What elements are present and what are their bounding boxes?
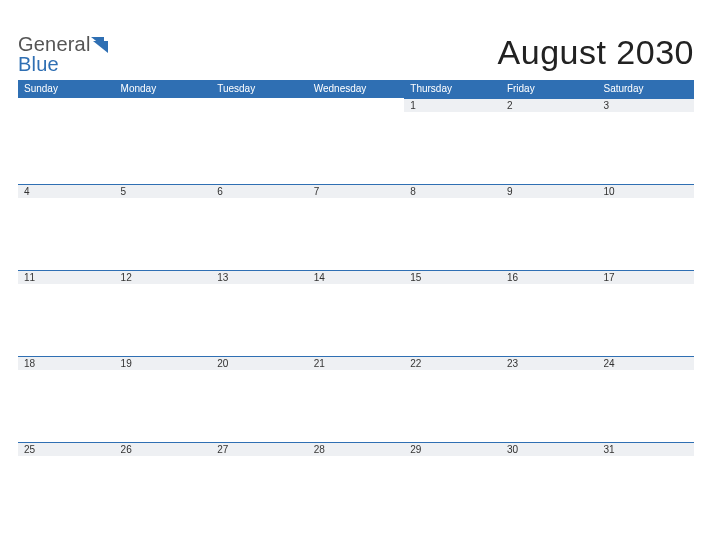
day-number: 13: [211, 270, 308, 284]
day-cell: 17: [597, 270, 694, 356]
day-number: 30: [501, 442, 598, 456]
day-number: [115, 98, 212, 112]
day-number: 23: [501, 356, 598, 370]
week-row: 1 2 3: [18, 98, 694, 184]
day-number: 15: [404, 270, 501, 284]
day-cell: 20: [211, 356, 308, 442]
day-number: 31: [597, 442, 694, 456]
day-number: [211, 98, 308, 112]
day-cell: 21: [308, 356, 405, 442]
day-cell: [308, 98, 405, 184]
day-header-wednesday: Wednesday: [308, 80, 405, 98]
day-number: [308, 98, 405, 112]
day-header-monday: Monday: [115, 80, 212, 98]
day-cell: 26: [115, 442, 212, 528]
day-cell: [211, 98, 308, 184]
day-cell: 4: [18, 184, 115, 270]
day-cell: [18, 98, 115, 184]
day-number: 24: [597, 356, 694, 370]
day-cell: 13: [211, 270, 308, 356]
day-number: 21: [308, 356, 405, 370]
day-cell: 19: [115, 356, 212, 442]
brand-text: GeneralBlue: [18, 34, 109, 74]
day-cell: 22: [404, 356, 501, 442]
day-number: 7: [308, 184, 405, 198]
day-cell: 6: [211, 184, 308, 270]
week-row: 18 19 20 21 22 23 24: [18, 356, 694, 442]
day-cell: 8: [404, 184, 501, 270]
header: GeneralBlue August 2030: [18, 18, 694, 74]
day-number: [18, 98, 115, 112]
day-cell: 14: [308, 270, 405, 356]
day-cell: 28: [308, 442, 405, 528]
day-cell: 18: [18, 356, 115, 442]
day-number: 5: [115, 184, 212, 198]
day-number: 25: [18, 442, 115, 456]
day-number: 6: [211, 184, 308, 198]
day-cell: 16: [501, 270, 598, 356]
day-cell: 2: [501, 98, 598, 184]
day-cell: 12: [115, 270, 212, 356]
calendar-page: GeneralBlue August 2030 Sunday Monday Tu…: [0, 0, 712, 550]
day-number: 9: [501, 184, 598, 198]
day-header-thursday: Thursday: [404, 80, 501, 98]
day-header-saturday: Saturday: [597, 80, 694, 98]
day-header-tuesday: Tuesday: [211, 80, 308, 98]
day-cell: 24: [597, 356, 694, 442]
day-number: 10: [597, 184, 694, 198]
day-cell: 5: [115, 184, 212, 270]
day-number: 4: [18, 184, 115, 198]
day-cell: 27: [211, 442, 308, 528]
day-number: 17: [597, 270, 694, 284]
brand-mark-icon: [91, 35, 109, 57]
weeks-grid: 1 2 3 4 5 6 7 8 9 10 11 12 13 14 15 16 1…: [18, 98, 694, 528]
day-cell: 7: [308, 184, 405, 270]
day-cell: 3: [597, 98, 694, 184]
calendar-title: August 2030: [498, 33, 694, 74]
day-cell: [115, 98, 212, 184]
day-number: 20: [211, 356, 308, 370]
day-cell: 30: [501, 442, 598, 528]
brand-word-1: General: [18, 33, 91, 55]
week-row: 25 26 27 28 29 30 31: [18, 442, 694, 528]
svg-marker-1: [93, 41, 108, 53]
week-row: 4 5 6 7 8 9 10: [18, 184, 694, 270]
day-number: 18: [18, 356, 115, 370]
day-number: 2: [501, 98, 598, 112]
day-cell: 25: [18, 442, 115, 528]
day-number: 27: [211, 442, 308, 456]
day-header-sunday: Sunday: [18, 80, 115, 98]
brand-logo: GeneralBlue: [18, 28, 109, 74]
day-number: 8: [404, 184, 501, 198]
day-number: 22: [404, 356, 501, 370]
day-cell: 9: [501, 184, 598, 270]
day-cell: 1: [404, 98, 501, 184]
day-cell: 10: [597, 184, 694, 270]
day-cell: 31: [597, 442, 694, 528]
day-number: 16: [501, 270, 598, 284]
day-number: 1: [404, 98, 501, 112]
day-cell: 29: [404, 442, 501, 528]
day-cell: 11: [18, 270, 115, 356]
day-number: 19: [115, 356, 212, 370]
day-number: 3: [597, 98, 694, 112]
day-header-row: Sunday Monday Tuesday Wednesday Thursday…: [18, 80, 694, 98]
day-number: 26: [115, 442, 212, 456]
brand-word-2: Blue: [18, 53, 59, 75]
week-row: 11 12 13 14 15 16 17: [18, 270, 694, 356]
day-header-friday: Friday: [501, 80, 598, 98]
day-number: 11: [18, 270, 115, 284]
day-number: 28: [308, 442, 405, 456]
day-number: 29: [404, 442, 501, 456]
day-number: 12: [115, 270, 212, 284]
day-cell: 15: [404, 270, 501, 356]
day-number: 14: [308, 270, 405, 284]
day-cell: 23: [501, 356, 598, 442]
